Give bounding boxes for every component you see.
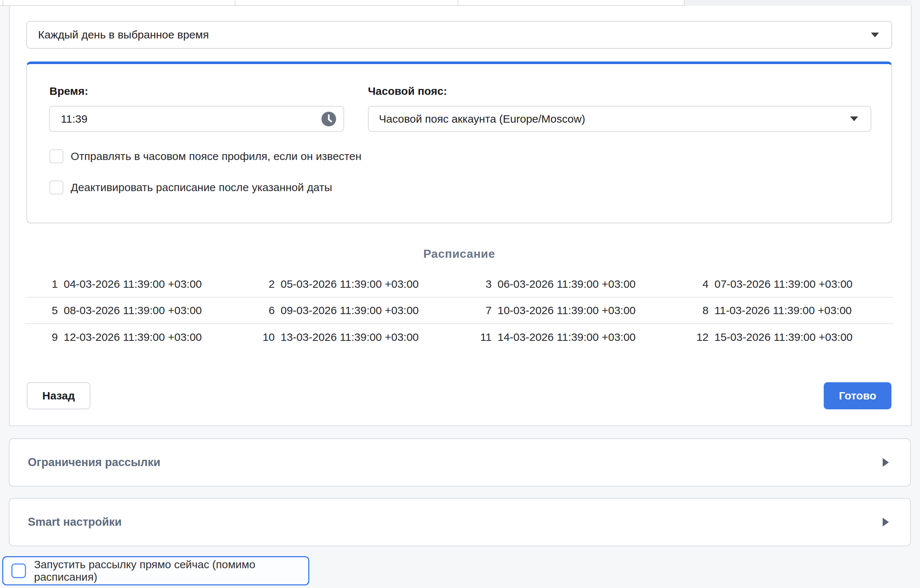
deactivate-schedule-checkbox-row: Деактивировать расписание после указанно… bbox=[49, 180, 332, 194]
schedule-item-date: 14-03-2026 11:39:00 +03:00 bbox=[497, 331, 635, 343]
tab-divider bbox=[235, 0, 235, 6]
deactivate-schedule-checkbox[interactable] bbox=[49, 180, 63, 194]
schedule-type-value: Каждый день в выбранное время bbox=[38, 29, 871, 41]
clock-icon[interactable] bbox=[321, 112, 336, 126]
schedule-type-select[interactable]: Каждый день в выбранное время bbox=[26, 21, 892, 49]
schedule-settings-page: Каждый день в выбранное время Время: Час… bbox=[0, 0, 920, 588]
profile-timezone-checkbox-row: Отправлять в часовом поясе профиля, если… bbox=[49, 149, 361, 163]
schedule-item-date: 11-03-2026 11:39:00 +03:00 bbox=[714, 304, 852, 317]
deactivate-schedule-checkbox-label: Деактивировать расписание после указанно… bbox=[71, 181, 332, 194]
section-smart-settings[interactable]: Smart настройки bbox=[9, 498, 911, 546]
tab-divider bbox=[458, 0, 458, 6]
schedule-item-index: 4 bbox=[677, 278, 709, 290]
profile-timezone-checkbox-label: Отправлять в часовом поясе профиля, если… bbox=[71, 150, 361, 162]
inactive-tab[interactable] bbox=[684, 0, 912, 6]
schedule-grid: 1 04-03-2026 11:39:00 +03:00 2 05-03-202… bbox=[26, 271, 893, 350]
time-config-panel bbox=[26, 62, 892, 224]
schedule-item: 6 09-03-2026 11:39:00 +03:00 bbox=[243, 298, 460, 323]
schedule-item: 4 07-03-2026 11:39:00 +03:00 bbox=[677, 271, 894, 297]
timezone-select[interactable]: Часовой пояс аккаунта (Europe/Moscow) bbox=[368, 106, 871, 132]
schedule-item: 8 11-03-2026 11:39:00 +03:00 bbox=[677, 298, 894, 323]
schedule-item-date: 08-03-2026 11:39:00 +03:00 bbox=[64, 304, 202, 317]
chevron-right-icon bbox=[883, 518, 889, 526]
schedule-item: 3 06-03-2026 11:39:00 +03:00 bbox=[460, 271, 677, 297]
schedule-title: Расписание bbox=[26, 247, 892, 261]
schedule-item-date: 04-03-2026 11:39:00 +03:00 bbox=[64, 278, 202, 290]
schedule-row: 5 08-03-2026 11:39:00 +03:00 6 09-03-202… bbox=[26, 298, 893, 324]
schedule-item-date: 07-03-2026 11:39:00 +03:00 bbox=[714, 278, 853, 290]
run-now-checkbox-row: Запустить рассылку прямо сейчас (помимо … bbox=[2, 556, 309, 585]
schedule-item: 12 15-03-2026 11:39:00 +03:00 bbox=[677, 324, 894, 350]
timezone-value: Часовой пояс аккаунта (Europe/Moscow) bbox=[379, 113, 850, 125]
schedule-item-index: 7 bbox=[460, 304, 492, 317]
schedule-item-date: 13-03-2026 11:39:00 +03:00 bbox=[281, 331, 419, 343]
back-button[interactable]: Назад bbox=[27, 382, 91, 409]
schedule-item-date: 12-03-2026 11:39:00 +03:00 bbox=[64, 331, 202, 343]
section-title: Ограничения рассылки bbox=[28, 456, 160, 469]
schedule-item-date: 10-03-2026 11:39:00 +03:00 bbox=[497, 304, 635, 317]
section-sending-limits[interactable]: Ограничения рассылки bbox=[9, 438, 911, 487]
chevron-down-icon bbox=[850, 117, 858, 121]
schedule-item-index: 5 bbox=[26, 304, 58, 317]
run-now-label: Запустить рассылку прямо сейчас (помимо … bbox=[34, 558, 308, 583]
schedule-item: 10 13-03-2026 11:39:00 +03:00 bbox=[243, 324, 460, 350]
time-label: Время: bbox=[49, 85, 88, 97]
schedule-row: 9 12-03-2026 11:39:00 +03:00 10 13-03-20… bbox=[26, 324, 893, 350]
time-value: 11:39 bbox=[61, 113, 321, 125]
section-title: Smart настройки bbox=[28, 515, 121, 529]
schedule-item: 2 05-03-2026 11:39:00 +03:00 bbox=[243, 271, 460, 297]
done-button[interactable]: Готово bbox=[824, 382, 891, 409]
schedule-item-date: 06-03-2026 11:39:00 +03:00 bbox=[497, 278, 635, 290]
schedule-item: 7 10-03-2026 11:39:00 +03:00 bbox=[460, 298, 677, 323]
schedule-item-index: 11 bbox=[460, 331, 492, 343]
run-now-checkbox[interactable] bbox=[11, 564, 26, 578]
chevron-right-icon bbox=[883, 458, 889, 467]
schedule-item: 9 12-03-2026 11:39:00 +03:00 bbox=[26, 324, 243, 350]
schedule-item-index: 10 bbox=[243, 331, 275, 343]
schedule-item: 11 14-03-2026 11:39:00 +03:00 bbox=[460, 324, 677, 350]
schedule-item-index: 9 bbox=[26, 331, 58, 343]
schedule-item-index: 2 bbox=[243, 278, 275, 290]
schedule-item-index: 1 bbox=[26, 278, 58, 290]
schedule-item-date: 09-03-2026 11:39:00 +03:00 bbox=[281, 304, 419, 317]
schedule-row: 1 04-03-2026 11:39:00 +03:00 2 05-03-202… bbox=[26, 271, 893, 298]
time-input[interactable]: 11:39 bbox=[49, 106, 344, 132]
schedule-item-index: 8 bbox=[677, 304, 709, 317]
schedule-item-index: 3 bbox=[460, 278, 492, 290]
schedule-item-date: 15-03-2026 11:39:00 +03:00 bbox=[714, 331, 853, 343]
schedule-item-index: 6 bbox=[243, 304, 275, 317]
timezone-label: Часовой пояс: bbox=[368, 85, 447, 97]
tab-strip bbox=[0, 0, 912, 6]
schedule-item-index: 12 bbox=[677, 331, 709, 343]
schedule-item: 1 04-03-2026 11:39:00 +03:00 bbox=[26, 271, 243, 297]
chevron-down-icon bbox=[871, 32, 879, 37]
schedule-item: 5 08-03-2026 11:39:00 +03:00 bbox=[26, 298, 243, 323]
tab-divider bbox=[3, 0, 3, 6]
schedule-item-date: 05-03-2026 11:39:00 +03:00 bbox=[281, 278, 419, 290]
profile-timezone-checkbox[interactable] bbox=[49, 149, 63, 163]
